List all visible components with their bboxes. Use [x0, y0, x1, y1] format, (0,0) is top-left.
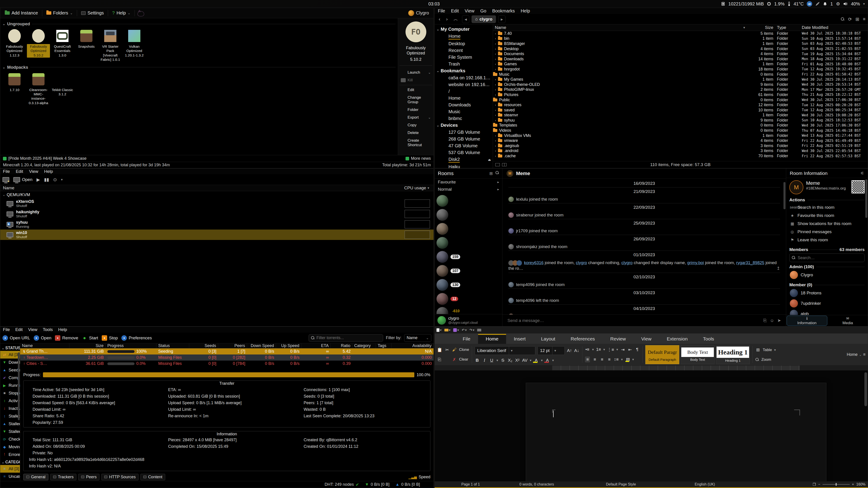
filter-item[interactable]: ▲ Stalled Uploading [0, 420, 20, 428]
instance-tile[interactable]: VR Starter Pack [Vivecraft Fabric] 1.0.1 [98, 28, 122, 64]
expander-icon[interactable]: › [493, 93, 498, 96]
menu-item[interactable]: Edit [451, 8, 459, 13]
qbittorrent-tray-icon[interactable]: qb [807, 1, 812, 6]
filter-item[interactable]: ▶ Running [0, 382, 20, 389]
book-view-icon[interactable]: ❒ [813, 482, 816, 487]
bullet-list-button[interactable]: •≡ [585, 347, 590, 352]
detail-tab[interactable]: Peers [78, 474, 99, 480]
file-row[interactable]: › Pictures 61 items Folder Thu 21 Aug 20… [493, 92, 868, 97]
new-vm-icon[interactable]: ✦ [2, 177, 9, 182]
expander-icon[interactable]: › [493, 113, 498, 117]
instance-action-button[interactable]: Launch ⌄ [399, 69, 432, 76]
help-button[interactable]: ?Help⌄ [110, 9, 133, 17]
col-name[interactable]: Name [20, 344, 69, 348]
word-count[interactable]: 0 words, 0 characters [520, 482, 554, 486]
expander-icon[interactable]: › [493, 78, 498, 81]
underline-caret[interactable]: ▾ [496, 358, 498, 362]
expander-icon[interactable]: › [493, 47, 498, 51]
speed-tab[interactable]: ▁▃▅Speed [408, 475, 430, 480]
column-size[interactable]: Size [747, 25, 775, 30]
sidebar-place-item[interactable]: 47 GB Volume [435, 142, 493, 149]
single-pane-icon[interactable] [495, 163, 500, 166]
expander-icon[interactable]: › [493, 88, 498, 91]
document-scrollbar[interactable] [864, 372, 867, 406]
tab-scroll-right[interactable]: ▸ [498, 15, 505, 23]
menu-item[interactable]: File [3, 327, 10, 332]
file-row[interactable]: › BSManager 1 item Folder Sun 03 Aug 202… [493, 41, 868, 46]
room-list-item[interactable]: 159 [436, 250, 500, 264]
menu-item[interactable]: View [29, 169, 38, 174]
shutdown-menu-caret[interactable]: ▾ [61, 177, 63, 182]
copy-icon[interactable]: ⎘ [437, 357, 442, 362]
ribbon-tab[interactable]: View [633, 334, 659, 344]
formatting-marks-button[interactable]: ¶ [635, 347, 640, 352]
file-row[interactable]: Public 0 items Folder Wed 30 Jul 2025 17… [493, 97, 868, 103]
paragraph-background-button[interactable]: ▨ [625, 357, 630, 362]
member-search-input[interactable] [798, 256, 862, 260]
filter-item[interactable]: ⟳ Checking [0, 435, 20, 443]
col-ratio[interactable]: Ratio [331, 344, 352, 348]
file-row[interactable]: › resources 12 items Folder Tue 12 Aug 2… [493, 102, 868, 107]
line-spacing-button[interactable]: ↕≡ [614, 357, 619, 362]
instance-tile[interactable]: Cleanroom-MMC-instance-0.3.13-alpha [26, 71, 51, 107]
detail-tab[interactable]: Content [141, 474, 165, 480]
instance-action-button[interactable]: Folder [399, 106, 432, 113]
language[interactable]: English (UK) [694, 482, 715, 486]
col-size[interactable]: Size [69, 344, 105, 348]
sidebar-place-item[interactable]: Music [435, 108, 493, 115]
collapsed-membership-events[interactable]: korey6316 joined the room, clygro change… [508, 259, 780, 273]
col-peers[interactable]: Peers [218, 344, 247, 348]
detail-tab[interactable]: HTTP Sources [101, 474, 138, 480]
tray-expand-caret[interactable]: ▾ [863, 2, 865, 6]
collapse-icon[interactable]: ↥ [776, 266, 780, 271]
document-canvas[interactable] [435, 370, 868, 481]
menu-item[interactable]: Edit [16, 327, 23, 332]
file-row[interactable]: Videos 0 items Folder Thu 07 Aug 2025 14… [493, 128, 868, 133]
member-row[interactable]: Clygro [789, 270, 865, 280]
sidebar-scrollbar[interactable] [18, 352, 20, 420]
clone-label[interactable]: Clone [459, 348, 469, 352]
sidebar-place-item[interactable]: Home [435, 95, 493, 101]
hamburger-icon[interactable]: ≡ [863, 352, 866, 357]
font-name-select[interactable]: Liberation Serif▾ [475, 346, 535, 355]
group-header-modpacks[interactable]: ⌄Modpacks [2, 65, 396, 70]
room-list-item[interactable]: -610 spicy [436, 306, 500, 314]
instance-action-button[interactable]: Kill [399, 76, 432, 84]
underline-button[interactable]: U [489, 358, 494, 363]
clear-formatting-icon[interactable]: ✗ [452, 357, 457, 362]
numbered-list-button[interactable]: 1≡ [596, 347, 601, 352]
emoji-icon[interactable]: ☺ [770, 318, 774, 323]
vm-row[interactable]: eXternOS Shutoff [0, 198, 434, 209]
sidebar-place-item[interactable]: / [435, 88, 493, 95]
forward-button[interactable]: › [444, 16, 450, 22]
vm-row[interactable]: win10 Shutoff [0, 230, 434, 240]
sidebar-section-header[interactable]: ⌄Devices [435, 122, 493, 129]
instance-tile[interactable]: Vulkan Optimized 1.20.1-1.3.2 [122, 28, 146, 64]
col-availability[interactable]: Availability [392, 344, 434, 348]
file-row[interactable]: › .android 3 items Folder Wed 30 Jul 202… [493, 149, 868, 154]
members-count[interactable]: 63 members [839, 247, 865, 252]
sidebar-place-item[interactable]: File System [435, 54, 493, 61]
info-panel-tab[interactable]: ✉ Media [828, 315, 868, 326]
vm-row[interactable]: haikunightly Shutoff [0, 209, 434, 219]
detail-tab[interactable]: Trackers [50, 474, 76, 480]
toolbar-button[interactable]: ● Start [82, 335, 98, 341]
ribbon-tab[interactable]: References [563, 334, 602, 344]
file-row[interactable]: › Orchis-theme-OLED 9 items Folder Wed 3… [493, 82, 868, 87]
sidebar-place-item[interactable]: 127 GB Volume [435, 129, 493, 135]
expander-icon[interactable]: › [493, 68, 498, 71]
zoom-in-icon[interactable]: + [852, 482, 854, 486]
menu-item[interactable]: File [3, 169, 10, 174]
bell-icon[interactable] [823, 2, 827, 6]
instance-action-button[interactable]: Delete [399, 129, 432, 137]
shrink-font-icon[interactable]: A↓ [574, 348, 579, 353]
sidebar-place-item[interactable]: Disk2 ⏏ [435, 156, 493, 163]
open-vm-button[interactable]: Open [13, 177, 32, 182]
horizontal-ruler[interactable] [435, 365, 868, 370]
torrent-row[interactable]: !Teardown… 2.25 GiB 0.0% Missing Files 0… [20, 355, 434, 361]
expander-icon[interactable]: › [493, 108, 498, 112]
filter-item[interactable]: ◆ Moving [0, 443, 20, 451]
toolbar-button[interactable]: ● Open [34, 335, 51, 341]
new-document-button[interactable]: ▾ [436, 328, 442, 332]
clone-formatting-icon[interactable]: 🖌 [452, 347, 457, 352]
